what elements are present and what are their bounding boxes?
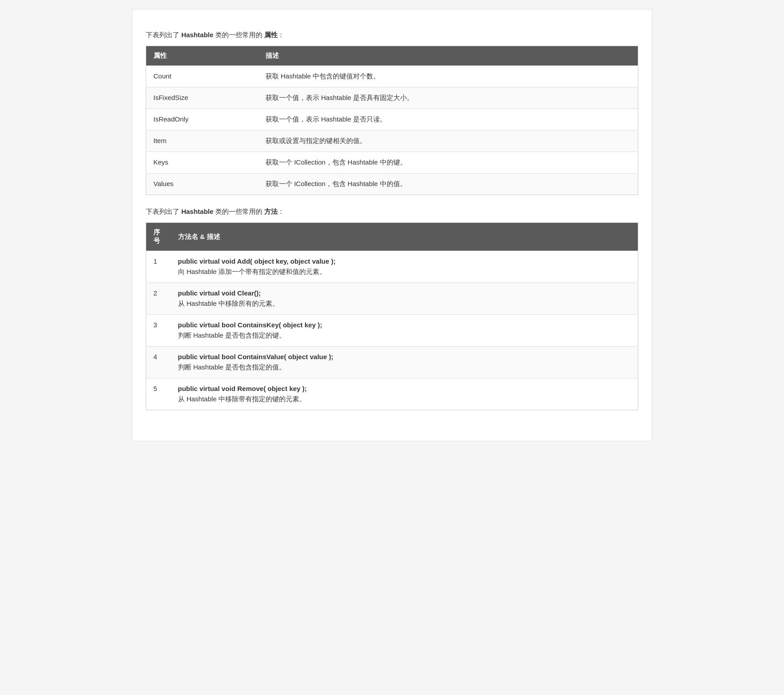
method-seq: 3 <box>146 315 171 347</box>
property-name: Values <box>146 174 258 195</box>
method-signature: public virtual bool ContainsValue( objec… <box>178 353 631 361</box>
method-description: 向 Hashtable 添加一个带有指定的键和值的元素。 <box>178 268 327 275</box>
properties-table: 属性 描述 Count 获取 Hashtable 中包含的键值对个数。 IsFi… <box>146 46 638 195</box>
property-description: 获取或设置与指定的键相关的值。 <box>258 130 638 152</box>
table-row: IsReadOnly 获取一个值，表示 Hashtable 是否只读。 <box>146 109 638 130</box>
method-details: public virtual bool ContainsValue( objec… <box>171 347 638 378</box>
property-description: 获取 Hashtable 中包含的键值对个数。 <box>258 66 638 87</box>
table-row: 5 public virtual void Remove( object key… <box>146 378 638 410</box>
method-description: 判断 Hashtable 是否包含指定的值。 <box>178 363 286 371</box>
table-row: Keys 获取一个 ICollection，包含 Hashtable 中的键。 <box>146 152 638 174</box>
table-row: 4 public virtual bool ContainsValue( obj… <box>146 347 638 378</box>
property-description: 获取一个值，表示 Hashtable 是否只读。 <box>258 109 638 130</box>
table-row: Values 获取一个 ICollection，包含 Hashtable 中的值… <box>146 174 638 195</box>
property-description: 获取一个 ICollection，包含 Hashtable 中的值。 <box>258 174 638 195</box>
property-name: IsReadOnly <box>146 109 258 130</box>
method-signature: public virtual bool ContainsKey( object … <box>178 321 631 329</box>
table-row: Item 获取或设置与指定的键相关的值。 <box>146 130 638 152</box>
method-seq: 2 <box>146 283 171 315</box>
property-name: Keys <box>146 152 258 174</box>
property-description: 获取一个值，表示 Hashtable 是否具有固定大小。 <box>258 87 638 109</box>
property-name: IsFixedSize <box>146 87 258 109</box>
properties-col-desc: 描述 <box>258 46 638 66</box>
table-row: 2 public virtual void Clear(); 从 Hashtab… <box>146 283 638 315</box>
method-details: public virtual void Remove( object key )… <box>171 378 638 410</box>
properties-intro: 下表列出了 Hashtable 类的一些常用的 属性： <box>146 31 638 39</box>
property-name: Item <box>146 130 258 152</box>
table-row: Count 获取 Hashtable 中包含的键值对个数。 <box>146 66 638 87</box>
method-seq: 1 <box>146 251 171 283</box>
method-description: 从 Hashtable 中移除带有指定的键的元素。 <box>178 395 306 403</box>
method-details: public virtual bool ContainsKey( object … <box>171 315 638 347</box>
methods-col-desc: 方法名 & 描述 <box>171 223 638 251</box>
properties-col-name: 属性 <box>146 46 258 66</box>
properties-header-row: 属性 描述 <box>146 46 638 66</box>
methods-intro: 下表列出了 Hashtable 类的一些常用的 方法： <box>146 208 638 216</box>
property-description: 获取一个 ICollection，包含 Hashtable 中的键。 <box>258 152 638 174</box>
method-details: public virtual void Add( object key, obj… <box>171 251 638 283</box>
method-signature: public virtual void Remove( object key )… <box>178 385 631 392</box>
method-seq: 4 <box>146 347 171 378</box>
property-name: Count <box>146 66 258 87</box>
methods-table: 序号 方法名 & 描述 1 public virtual void Add( o… <box>146 222 638 410</box>
table-row: 3 public virtual bool ContainsKey( objec… <box>146 315 638 347</box>
method-seq: 5 <box>146 378 171 410</box>
method-description: 判断 Hashtable 是否包含指定的键。 <box>178 331 286 339</box>
methods-col-seq: 序号 <box>146 223 171 251</box>
methods-header-row: 序号 方法名 & 描述 <box>146 223 638 251</box>
method-description: 从 Hashtable 中移除所有的元素。 <box>178 300 279 307</box>
method-signature: public virtual void Add( object key, obj… <box>178 257 631 265</box>
method-details: public virtual void Clear(); 从 Hashtable… <box>171 283 638 315</box>
table-row: IsFixedSize 获取一个值，表示 Hashtable 是否具有固定大小。 <box>146 87 638 109</box>
table-row: 1 public virtual void Add( object key, o… <box>146 251 638 283</box>
method-signature: public virtual void Clear(); <box>178 289 631 297</box>
page-container: 下表列出了 Hashtable 类的一些常用的 属性： 属性 描述 Count … <box>132 9 652 441</box>
